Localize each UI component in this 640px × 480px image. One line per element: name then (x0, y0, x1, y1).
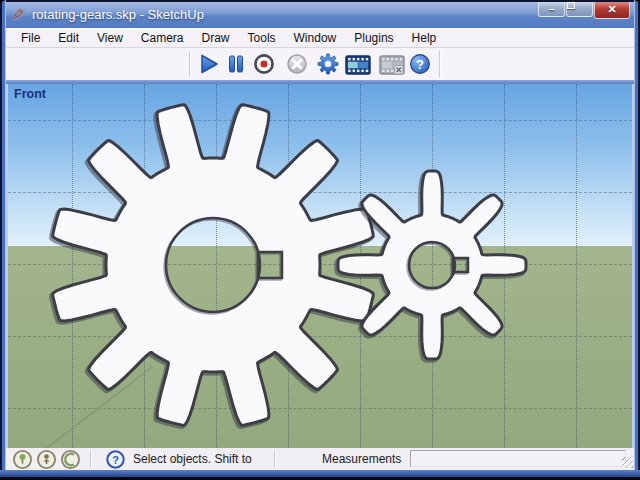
window-border-bottom (0, 470, 640, 477)
statusbar-separator (274, 450, 276, 468)
menu-window[interactable]: Window (285, 29, 346, 47)
resize-grip[interactable] (622, 457, 633, 468)
menu-bar: File Edit View Camera Draw Tools Window … (6, 28, 634, 48)
export-animation-disabled-button[interactable] (378, 52, 405, 76)
statusbar-separator (90, 450, 92, 468)
geolocation-icon[interactable] (12, 449, 33, 470)
toolbar-separator (189, 51, 191, 77)
measurements-label: Measurements (322, 448, 401, 470)
menu-edit[interactable]: Edit (49, 29, 88, 47)
svg-text:?: ? (416, 57, 424, 72)
settings-button[interactable] (316, 52, 340, 76)
menu-view[interactable]: View (88, 29, 132, 47)
toolbar-separator (439, 51, 441, 77)
status-hint: Select objects. Shift to (133, 448, 252, 470)
small-gear[interactable] (338, 171, 526, 359)
play-icon (197, 53, 219, 75)
film-strip-icon (345, 55, 371, 75)
minimize-button[interactable]: – (538, 2, 565, 17)
menu-plugins[interactable]: Plugins (345, 29, 402, 47)
close-button[interactable]: ✕ (594, 2, 630, 19)
stop-disabled-icon (286, 53, 308, 75)
play-button[interactable] (196, 52, 220, 76)
pause-icon (225, 53, 247, 75)
window-border-right (634, 0, 640, 470)
status-bar: ? Select objects. Shift to Measurements (6, 448, 634, 470)
menu-help[interactable]: Help (403, 29, 446, 47)
gears-svg (8, 84, 632, 448)
large-gear[interactable] (53, 105, 373, 425)
window-border-left (0, 0, 6, 470)
close-icon: ✕ (595, 2, 629, 18)
minimize-icon: – (539, 2, 564, 16)
maximize-icon (567, 2, 575, 9)
toolbar: ? (6, 48, 634, 80)
view-name-label: Front (14, 87, 46, 101)
record-icon (253, 53, 275, 75)
export-animation-button[interactable] (344, 52, 371, 76)
viewport-3d[interactable]: Front (8, 84, 632, 448)
settings-gear-icon (317, 53, 339, 75)
claim-credit-icon[interactable] (60, 449, 81, 470)
title-bar[interactable]: ✎ rotating-gears.skp - SketchUp – ✕ (2, 2, 638, 28)
help-button[interactable]: ? (408, 52, 432, 76)
menu-tools[interactable]: Tools (239, 29, 285, 47)
menu-camera[interactable]: Camera (132, 29, 193, 47)
menu-draw[interactable]: Draw (193, 29, 239, 47)
pause-button[interactable] (224, 52, 248, 76)
application-window: ✎ rotating-gears.skp - SketchUp – ✕ File… (0, 0, 640, 480)
window-controls: – ✕ (538, 2, 630, 19)
record-button[interactable] (252, 52, 276, 76)
stop-button[interactable] (285, 52, 309, 76)
status-help-icon[interactable]: ? (105, 449, 126, 470)
help-icon: ? (409, 53, 431, 75)
measurements-input[interactable] (410, 450, 626, 467)
svg-text:?: ? (112, 454, 119, 466)
sketchup-pencil-icon: ✎ (12, 6, 25, 24)
film-strip-disabled-icon (379, 55, 405, 75)
window-border-inner (6, 84, 8, 448)
menu-file[interactable]: File (12, 29, 49, 47)
maximize-button[interactable] (566, 2, 593, 17)
credit-attribution-icon[interactable] (36, 449, 57, 470)
window-title: rotating-gears.skp - SketchUp (32, 2, 204, 28)
